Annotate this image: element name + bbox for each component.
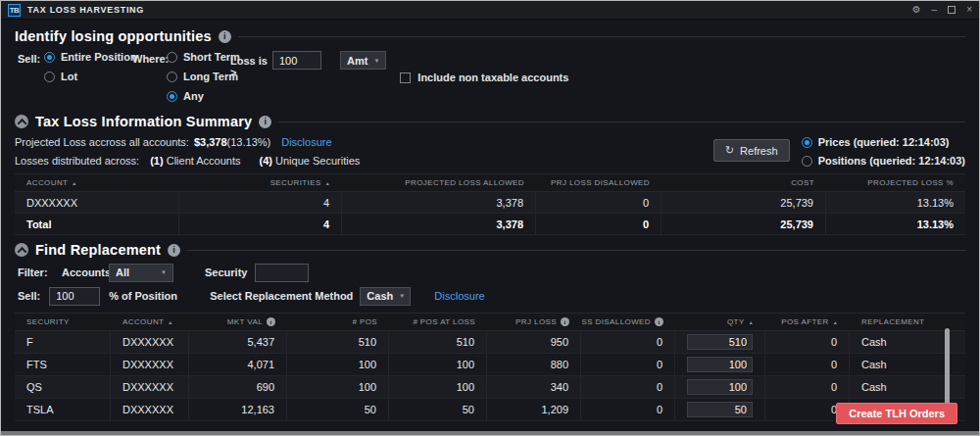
sell-percent-input[interactable]: [49, 287, 100, 306]
pct-of-position-label: % of Position: [109, 290, 186, 302]
create-tlh-orders-button[interactable]: Create TLH Orders: [836, 403, 957, 424]
col-projected-loss-pct[interactable]: PROJECTED LOSS %: [826, 174, 965, 191]
cell-prj-loss: 950: [487, 331, 581, 353]
replacement-disclosure-link[interactable]: Disclosure: [434, 290, 484, 302]
radio-long-term[interactable]: Long Term: [167, 71, 229, 82]
accounts-select[interactable]: All ▼: [109, 264, 173, 282]
cell-mkt-val: 5,437: [189, 331, 287, 353]
sort-asc-icon: ▲: [168, 319, 172, 325]
collapse-section-icon[interactable]: [15, 115, 28, 128]
projected-loss-value: $3,378: [194, 136, 227, 148]
sell-row: Sell: % of Position Select Replacement M…: [18, 286, 979, 306]
collapse-section-icon[interactable]: [15, 243, 28, 257]
security-filter-input[interactable]: [255, 264, 309, 282]
projected-loss-pct: (13.13%): [227, 136, 271, 148]
col-cost[interactable]: COST: [662, 174, 826, 191]
cell-security: QS: [15, 376, 111, 398]
chevron-down-icon: ▼: [399, 293, 405, 299]
summary-text: Projected Loss accross all accounts: $3,…: [15, 136, 360, 167]
sort-asc-icon: ▲: [72, 180, 76, 186]
radio-positions[interactable]: Positions (queried: 12:14:03): [802, 155, 965, 167]
col-pos-after[interactable]: POS AFTER▲: [765, 314, 850, 330]
col-account[interactable]: ACCOUNT▲: [111, 314, 189, 330]
replacement-info-icon[interactable]: i: [168, 244, 180, 257]
summary-table: ACCOUNT▲ SECURITIES▲ PROJECTED LOSS ALLO…: [15, 173, 965, 235]
unique-securities-count: (4): [260, 155, 272, 167]
radio-label: Lot: [61, 71, 77, 82]
radio-prices[interactable]: Prices (queried: 12:14:03): [802, 136, 965, 148]
col-pos-at-loss[interactable]: # POS AT LOSS: [389, 314, 487, 330]
radio-short-term[interactable]: Short Term: [167, 51, 229, 63]
cell-prj-loss-disallowed: 0: [581, 331, 675, 353]
table-scrollbar[interactable]: [945, 328, 950, 409]
col-prj-loss-disallowed[interactable]: PRJ LOSS DISALLOWED: [536, 174, 662, 191]
cell-security: TSLA: [15, 399, 111, 420]
cell-mkt-val: 12,163: [189, 399, 287, 420]
gear-icon[interactable]: ⚙: [912, 5, 921, 15]
sell-options: Entire Position Lot: [44, 51, 116, 102]
radio-any[interactable]: Any: [167, 90, 229, 102]
filter-label: Filter:: [18, 266, 62, 278]
sell-label: Sell:: [18, 51, 44, 102]
titlebar: TB TAX LOSS HARVESTING ⚙ – ×: [1, 1, 979, 20]
loss-threshold-input[interactable]: [272, 51, 321, 70]
cell-prj-loss-disallowed: 0: [581, 399, 675, 420]
replacement-method-select[interactable]: Cash ▼: [360, 287, 411, 306]
where-options: Short Term Long Term Any: [167, 51, 229, 102]
col-mkt-val[interactable]: MKT VALi: [189, 314, 287, 330]
col-projected-loss-allowed[interactable]: PROJECTED LOSS ALLOWED: [342, 174, 536, 191]
info-icon[interactable]: i: [655, 317, 663, 326]
summary-section-header: Tax Loss Information Summary i: [15, 114, 965, 129]
sort-asc-icon: ▲: [833, 319, 838, 325]
col-securities[interactable]: SECURITIES▲: [179, 174, 342, 191]
cell-qty: [675, 376, 765, 398]
cell-pos-after: 0: [765, 331, 850, 353]
replacement-section-header: Find Replacement i: [15, 242, 965, 258]
replacement-table-row[interactable]: F DXXXXXX 5,437 510 510 950 0 0 Cash: [15, 331, 965, 354]
cell-security: F: [15, 331, 111, 353]
col-prj-loss-disallowed[interactable]: PRJ LOSS DISALLOWEDi: [581, 314, 675, 330]
radio-unselected-icon: [802, 156, 812, 167]
radio-label: Positions (queried: 12:14:03): [818, 155, 965, 167]
col-pos[interactable]: # POS: [287, 314, 389, 330]
replacement-table-row[interactable]: TSLA DXXXXXX 12,163 50 50 1,209 0 0 Cash: [15, 399, 965, 421]
where-label: Where:: [132, 51, 167, 102]
cell-mkt-val: 690: [189, 376, 287, 398]
close-icon[interactable]: ×: [966, 5, 972, 15]
client-accounts-count: (1): [150, 155, 163, 167]
replacement-table-row[interactable]: QS DXXXXXX 690 100 100 340 0 0 Cash: [15, 376, 965, 399]
summary-controls: ↻ Refresh Prices (queried: 12:14:03) Pos…: [713, 136, 965, 167]
window-bottom-edge: [1, 431, 979, 435]
loss-unit-select[interactable]: Amt ▼: [340, 51, 386, 70]
distribution-line: Losses distributed across: (1) Client Ac…: [15, 155, 360, 167]
info-icon[interactable]: i: [561, 317, 569, 326]
info-icon[interactable]: i: [267, 317, 275, 326]
summary-disclosure-link[interactable]: Disclosure: [281, 136, 331, 148]
col-account[interactable]: ACCOUNT▲: [15, 174, 179, 191]
radio-lot[interactable]: Lot: [44, 71, 116, 82]
col-security[interactable]: SECURITY: [15, 314, 111, 330]
refresh-label: Refresh: [740, 145, 778, 157]
cell-pos-after: 0: [765, 354, 850, 375]
minimize-icon[interactable]: –: [932, 5, 938, 15]
identify-info-icon[interactable]: i: [219, 30, 231, 43]
cell-prj-loss: 1,209: [487, 399, 581, 420]
maximize-icon[interactable]: [948, 6, 956, 14]
include-non-taxable-checkbox[interactable]: Include non taxable accounts: [400, 51, 568, 102]
qty-input[interactable]: [687, 379, 753, 395]
qty-input[interactable]: [687, 334, 753, 350]
refresh-button[interactable]: ↻ Refresh: [713, 139, 790, 162]
cell-pos: 50: [287, 399, 389, 420]
qty-input[interactable]: [687, 357, 753, 372]
summary-info-icon[interactable]: i: [259, 116, 271, 128]
query-mode-radios: Prices (queried: 12:14:03) Positions (qu…: [802, 136, 965, 167]
replacement-table-row[interactable]: FTS DXXXXXX 4,071 100 100 880 0 0 Cash: [15, 354, 965, 376]
radio-entire-position[interactable]: Entire Position: [44, 51, 116, 63]
sort-asc-icon: ▲: [325, 180, 330, 186]
qty-input[interactable]: [687, 402, 753, 417]
summary-table-row[interactable]: DXXXXXX 4 3,378 0 25,739 13.13%: [15, 192, 965, 214]
distributed-label: Losses distributed across:: [15, 155, 139, 167]
col-qty[interactable]: QTY▲: [675, 314, 765, 330]
col-prj-loss[interactable]: PRJ LOSSi: [487, 314, 581, 330]
summary-table-total-row: Total 4 3,378 0 25,739 13.13%: [15, 214, 965, 235]
